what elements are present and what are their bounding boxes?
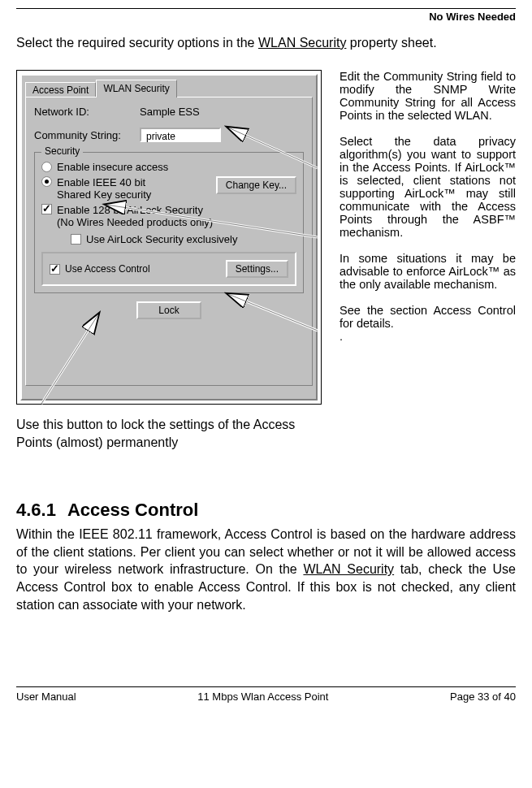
checkbox-use-access-control-label: Use Access Control [65,263,221,275]
side-para-dot: . [340,330,516,343]
section-title: Access Control [67,500,198,520]
intro-paragraph: Select the required security options in … [16,36,516,50]
radio-ieee-label-line2: Shared Key security [57,188,151,201]
network-id-value: Sample ESS [140,106,200,118]
access-control-box: Use Access Control Settings... [41,252,296,286]
checkbox-airlock-128[interactable] [41,204,52,214]
side-text-column: Edit the Community String field to modif… [340,70,516,356]
checkbox-airlock-label: Enable 128 bit AirLock Security (No Wire… [57,204,296,228]
section-number: 4.6.1 [16,500,56,520]
radio-ieee-40bit[interactable] [41,176,52,187]
settings-button[interactable]: Settings... [226,260,288,278]
community-string-input[interactable]: private [140,128,221,142]
network-id-label: Network ID: [34,106,140,118]
checkbox-airlock-line2: (No Wires Needed products only) [57,216,213,228]
change-key-button[interactable]: Change Key... [216,176,296,194]
radio-insecure-label: Enable insecure access [57,161,168,173]
tab-wlan-security[interactable]: WLAN Security [96,80,176,97]
intro-link-wlan-security: WLAN Security [258,36,346,50]
footer-left: User Manual [16,691,76,703]
side-para-seealso: See the section Access Control for detai… [340,304,516,330]
access-control-paragraph: Within the IEEE 802.11 framework, Access… [16,526,516,613]
footer-center: 11 Mbps Wlan Access Point [197,691,328,703]
side-para-enforce: In some situations it may be advisable t… [340,252,516,291]
section-heading-access-control: 4.6.1Access Control [16,500,516,521]
ac-para-link: WLAN Security [303,562,394,576]
radio-ieee-label: Enable IEEE 40 bit Shared Key security [57,176,211,201]
tab-access-point[interactable]: Access Point [25,82,96,98]
radio-ieee-label-line1: Enable IEEE 40 bit [57,176,145,188]
lock-caption: Use this button to lock the settings of … [16,416,325,451]
footer-right: Page 33 of 40 [450,691,516,703]
security-groupbox: Enable insecure access Enable IEEE 40 bi… [34,152,304,293]
intro-text-before: Select the required security options in … [16,36,258,50]
lock-button[interactable]: Lock [136,301,201,319]
checkbox-use-access-control[interactable] [50,264,60,275]
radio-insecure-access[interactable] [41,162,52,172]
checkbox-airlock-exclusive-label: Use AirLock Security exclusively [86,233,237,245]
header-product-name: No Wires Needed [16,11,516,23]
checkbox-airlock-line1: Enable 128 bit AirLock Security [57,204,203,216]
intro-text-after: property sheet. [346,36,436,50]
side-para-privacy: Select the data privacy algorithm(s) you… [340,135,516,239]
side-para-community: Edit the Community String field to modif… [340,70,516,122]
checkbox-airlock-exclusive[interactable] [71,234,81,245]
dialog-screenshot: Access Point WLAN Security Network ID: S… [16,70,322,405]
community-string-label: Community String: [34,129,140,141]
